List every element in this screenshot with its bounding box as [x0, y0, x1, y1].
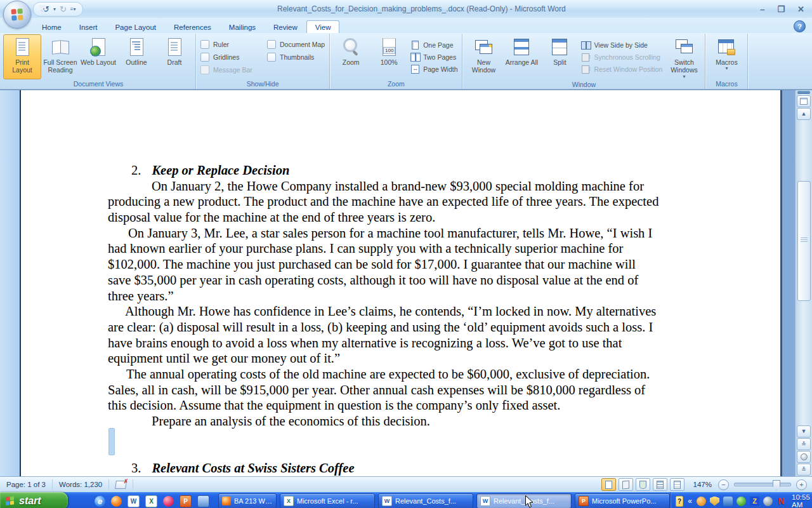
button-label: Full Screen Reading	[43, 58, 78, 74]
select-browse-object-button[interactable]	[797, 451, 811, 463]
taskbar-button[interactable]: Microsoft PowerPo...	[575, 493, 670, 508]
taskbar-button[interactable]: Relevant_Costs_f...	[476, 493, 572, 508]
taskbar-button[interactable]: Relevant_Costs_f...	[378, 493, 473, 508]
network-globe-icon[interactable]	[763, 497, 773, 506]
minimize-button[interactable]: –	[760, 5, 764, 13]
view-side-by-side-icon	[581, 40, 591, 50]
group-label: Zoom	[332, 79, 460, 89]
doc-line: Although Mr. Howe has confidence in Lee’…	[125, 304, 658, 319]
ruler-checkbox[interactable]: Ruler	[198, 38, 265, 51]
word-count[interactable]: Words: 1,230	[53, 479, 109, 490]
split-handle-icon[interactable]	[797, 91, 810, 94]
internet-explorer-icon[interactable]	[95, 496, 105, 507]
undo-dropdown-icon[interactable]: ▾	[53, 6, 56, 12]
text-cursor-highlight	[108, 428, 115, 455]
web-layout-button[interactable]: Web Layout	[79, 34, 117, 79]
status-outline-button[interactable]	[653, 478, 667, 491]
scroll-up-button[interactable]: ▲	[797, 108, 811, 120]
proofing-status[interactable]	[109, 479, 133, 490]
restore-button[interactable]: ❐	[777, 5, 785, 13]
taskbar-button[interactable]: BA 213 W11 (Pasc...	[218, 493, 277, 508]
document-map-checkbox[interactable]: Document Map	[265, 38, 327, 51]
window-controls: – ❐ ✕	[760, 5, 804, 13]
zoom-in-button[interactable]: +	[796, 479, 807, 490]
button-label: Web Layout	[81, 58, 116, 66]
scroll-down-button[interactable]: ▼	[797, 425, 811, 438]
tab-view[interactable]: View	[306, 20, 340, 33]
status-web-layout-button[interactable]	[636, 478, 650, 491]
status-draft-button[interactable]	[670, 478, 684, 491]
zoom-button[interactable]: Zoom	[332, 34, 370, 79]
tray-chevron-icon[interactable]: «	[688, 497, 692, 505]
tab-insert[interactable]: Insert	[70, 20, 107, 33]
synchronous-scrolling-button: Synchronous Scrolling	[579, 51, 665, 63]
status-full-screen-reading-button[interactable]	[619, 478, 633, 491]
draft-button[interactable]: Draft	[155, 34, 193, 79]
document-page[interactable]: 2.Keep or Replace DecisionOn January 2, …	[20, 90, 782, 476]
two-pages-button[interactable]: Two Pages	[408, 51, 460, 63]
tab-mailings[interactable]: Mailings	[220, 20, 265, 33]
switch-windows-button[interactable]: Switch Windows	[665, 34, 703, 80]
scrollbar-thumb[interactable]	[797, 181, 811, 301]
new-window-button[interactable]: New Window	[464, 34, 502, 80]
zoom-out-button[interactable]: −	[718, 479, 729, 490]
system-tray: ? « 10:55 AM	[670, 492, 812, 508]
norton-icon[interactable]	[776, 497, 786, 506]
checkbox-icon	[200, 40, 209, 49]
start-button[interactable]: start	[0, 492, 68, 508]
zoom-slider[interactable]	[734, 483, 791, 486]
document-text: 2.Keep or Replace DecisionOn January 2, …	[108, 163, 658, 476]
redo-button[interactable]: ↻	[60, 5, 67, 13]
checkbox-label: Gridlines	[213, 53, 239, 61]
firefox-icon[interactable]	[111, 496, 122, 507]
tab-review[interactable]: Review	[265, 20, 306, 33]
qat-customize-button[interactable]: ≡▾	[70, 6, 76, 12]
tray-help-icon[interactable]: ?	[676, 496, 683, 507]
excel-icon	[284, 496, 294, 506]
tab-home[interactable]: Home	[33, 20, 70, 33]
media-app-icon[interactable]	[197, 495, 209, 507]
help-icon[interactable]: ?	[794, 20, 806, 32]
office-button[interactable]	[3, 1, 31, 29]
security-shield-icon[interactable]	[710, 497, 719, 506]
split-button[interactable]: Split	[540, 34, 579, 80]
arrange-all-button[interactable]: Arrange All	[502, 34, 540, 80]
full-screen-reading-button[interactable]: Full Screen Reading	[41, 34, 79, 79]
next-page-button[interactable]: ≚	[797, 464, 811, 476]
word-icon[interactable]	[128, 495, 140, 507]
zonealarm-icon[interactable]	[750, 497, 759, 506]
outline-icon	[126, 37, 147, 57]
blue-utility-icon[interactable]	[723, 497, 733, 506]
zoom-slider-thumb[interactable]	[773, 480, 780, 490]
thumbnails-checkbox[interactable]: Thumbnails	[265, 51, 327, 64]
one-page-button[interactable]: One Page	[408, 39, 460, 51]
view-ruler-toggle-button[interactable]	[797, 95, 811, 107]
zoom-level[interactable]: 147%	[693, 481, 712, 488]
one-page-icon	[410, 40, 420, 50]
zoom-100-icon	[379, 37, 399, 57]
excel-icon[interactable]	[145, 495, 157, 507]
gridlines-checkbox[interactable]: Gridlines	[198, 51, 265, 64]
green-app-icon[interactable]	[737, 497, 746, 506]
close-button[interactable]: ✕	[797, 5, 804, 13]
vertical-scrollbar[interactable]: ▲ ▼ ≛ ≚	[795, 90, 812, 476]
zoom-100-button[interactable]: 100%	[370, 34, 408, 79]
doc-line: three years.”	[108, 288, 658, 304]
doc-line: $102,000. The machine you just purchased…	[108, 257, 658, 272]
button-label: Split	[553, 58, 566, 66]
page-width-button[interactable]: Page Width	[408, 63, 460, 75]
print-layout-button[interactable]: Print Layout	[3, 34, 41, 79]
previous-page-button[interactable]: ≛	[797, 438, 811, 450]
macros-button[interactable]: Macros	[707, 34, 745, 79]
outline-button[interactable]: Outline	[117, 34, 155, 79]
messenger-icon[interactable]	[697, 497, 706, 506]
page-count[interactable]: Page: 1 of 3	[5, 479, 53, 490]
view-side-by-side-button[interactable]: View Side by Side	[579, 39, 665, 51]
tab-page-layout[interactable]: Page Layout	[106, 20, 165, 33]
status-print-layout-button[interactable]	[601, 478, 616, 491]
group-label: Window	[464, 80, 703, 90]
tab-references[interactable]: References	[165, 20, 220, 33]
red-key-app-icon[interactable]	[163, 496, 174, 507]
taskbar-button[interactable]: Microsoft Excel - r...	[280, 493, 375, 508]
powerpoint-icon[interactable]	[180, 495, 192, 507]
